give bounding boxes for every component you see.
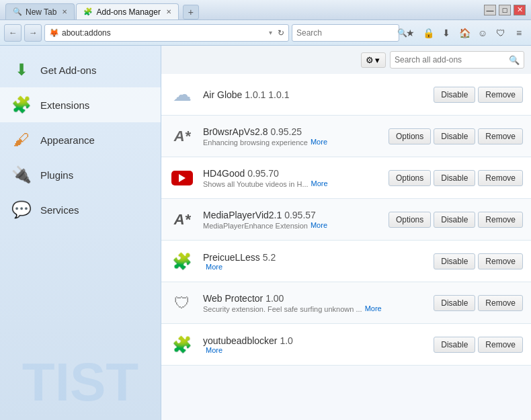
titlebar: 🔍 New Tab ✕ 🧩 Add-ons Manager ✕ + — □ ✕ [0, 0, 531, 20]
sidebar-item-services[interactable]: 💬 Services [0, 192, 161, 227]
home-icon[interactable]: 🏠 [456, 25, 473, 41]
extensions-icon: 🧩 [11, 94, 32, 116]
youtube-icon [171, 171, 193, 185]
close-button[interactable]: ✕ [514, 5, 526, 15]
media-icon: A* [174, 128, 190, 145]
extensions-panel: ☁ Air Globe 1.0.1 1.0.1 Disable Remove [161, 74, 531, 420]
br0wsrap-disable-button[interactable]: Disable [434, 128, 475, 144]
extension-preicueless: 🧩 PreicueLLess 5.2 More Disable Remove [161, 241, 531, 282]
air-globe-disable-button[interactable]: Disable [434, 87, 475, 103]
hd4good-remove-button[interactable]: Remove [478, 170, 523, 186]
hd4good-info: HD4Good 0.95.70 Shows all Youtube videos… [203, 168, 389, 188]
gear-dropdown-icon: ▾ [375, 55, 380, 65]
download-icon[interactable]: ⬇ [438, 25, 454, 41]
new-tab-button[interactable]: + [183, 5, 199, 19]
br0wsrap-remove-button[interactable]: Remove [478, 128, 523, 144]
hd4good-disable-button[interactable]: Disable [434, 170, 475, 186]
tab-addons-manager[interactable]: 🧩 Add-ons Manager ✕ [76, 3, 178, 19]
air-globe-icon: ☁ [169, 82, 195, 108]
web-protector-desc: Security extension. Feel safe surfing un… [203, 305, 362, 313]
window-controls: — □ ✕ [484, 5, 526, 15]
youtubeadblocker-info: youtubeadblocker 1.0 More [203, 335, 434, 354]
back-button[interactable]: ← [4, 24, 22, 42]
search-bar[interactable]: 🔍 [292, 24, 399, 42]
br0wsrap-icon: A* [169, 124, 195, 149]
web-protector-name: Web Protector 1.00 [203, 293, 434, 304]
menu-icon[interactable]: ≡ [511, 25, 527, 41]
search-addons-input[interactable] [395, 55, 509, 65]
extension-air-globe: ☁ Air Globe 1.0.1 1.0.1 Disable Remove [161, 74, 531, 116]
hd4good-icon [169, 165, 195, 191]
hd4good-actions: Options Disable Remove [389, 170, 523, 186]
shield-icon: 🛡 [174, 294, 190, 312]
web-protector-more-link[interactable]: More [365, 304, 382, 312]
hd4good-more-link[interactable]: More [311, 179, 328, 187]
sidebar-item-get-addons[interactable]: ⬇ Get Add-ons [0, 52, 161, 87]
preicueless-actions: Disable Remove [434, 253, 523, 269]
mediaplayervid-actions: Options Disable Remove [389, 212, 523, 228]
gear-button[interactable]: ⚙ ▾ [361, 52, 386, 68]
youtubeadblocker-name: youtubeadblocker 1.0 [203, 335, 434, 346]
mediaplayervid-options-button[interactable]: Options [389, 212, 431, 228]
address-dropdown-icon[interactable]: ▾ [269, 29, 272, 36]
web-protector-disable-button[interactable]: Disable [434, 295, 475, 311]
play-triangle [179, 174, 186, 182]
forward-button[interactable]: → [24, 24, 42, 42]
mediaplayervid-more-link[interactable]: More [311, 221, 327, 229]
air-globe-remove-button[interactable]: Remove [478, 87, 523, 103]
sidebar-item-extensions[interactable]: 🧩 Extensions [0, 87, 161, 122]
br0wsrap-desc: Enhancing browsing experience [203, 138, 308, 146]
reload-button[interactable]: ↻ [278, 28, 284, 38]
mediaplayervid-disable-button[interactable]: Disable [434, 212, 475, 228]
preicueless-name: PreicueLLess 5.2 [203, 252, 434, 263]
hd4good-desc: Shows all Youtube videos in H... [203, 180, 309, 188]
shield-icon[interactable]: 🛡 [493, 25, 509, 41]
web-protector-actions: Disable Remove [434, 295, 523, 311]
addons-toolbar: ⚙ ▾ 🔍 [161, 46, 531, 74]
services-icon: 💬 [11, 199, 32, 220]
appearance-icon: 🖌 [11, 129, 32, 151]
extension-mediaplayervid: A* MediaPlayerVid2.1 0.95.57 MediaPlayer… [161, 199, 531, 241]
web-protector-info: Web Protector 1.00 Security extension. F… [203, 293, 434, 313]
lock-icon[interactable]: 🔒 [420, 25, 436, 41]
preicueless-remove-button[interactable]: Remove [478, 253, 523, 269]
search-addons-icon[interactable]: 🔍 [509, 55, 520, 65]
youtubeadblocker-remove-button[interactable]: Remove [478, 337, 523, 353]
search-input[interactable] [296, 28, 397, 38]
maximize-button[interactable]: □ [499, 5, 511, 15]
new-tab-search-icon: 🔍 [13, 7, 22, 16]
mediaplayervid-remove-button[interactable]: Remove [478, 212, 523, 228]
addons-tab-close-icon[interactable]: ✕ [166, 8, 171, 15]
profile-icon[interactable]: ☺ [475, 25, 491, 41]
air-globe-info: Air Globe 1.0.1 1.0.1 [203, 89, 434, 100]
address-bar[interactable]: 🦊 about:addons ▾ ↻ [44, 24, 289, 42]
tab-new-tab[interactable]: 🔍 New Tab ✕ [5, 3, 75, 19]
youtubeadblocker-more-link[interactable]: More [206, 346, 222, 354]
hd4good-name: HD4Good 0.95.70 [203, 168, 389, 179]
navbar: ← → 🦊 about:addons ▾ ↻ 🔍 ★ 🔒 ⬇ 🏠 ☺ 🛡 ≡ [0, 20, 531, 46]
web-protector-remove-button[interactable]: Remove [478, 295, 523, 311]
firefox-icon: 🦊 [49, 28, 59, 38]
extension-youtubeadblocker: 🧩 youtubeadblocker 1.0 More Disable Remo… [161, 324, 531, 366]
br0wsrap-options-button[interactable]: Options [389, 128, 431, 144]
extension-web-protector: 🛡 Web Protector 1.00 Security extension.… [161, 282, 531, 324]
puzzle-piece-icon: 🧩 [172, 252, 192, 271]
sidebar-item-appearance[interactable]: 🖌 Appearance [0, 122, 161, 157]
br0wsrap-more-link[interactable]: More [311, 138, 327, 146]
new-tab-close-icon[interactable]: ✕ [62, 8, 67, 15]
sidebar-item-plugins[interactable]: 🔌 Plugins [0, 157, 161, 192]
search-addons-bar[interactable]: 🔍 [390, 51, 524, 69]
air-globe-actions: Disable Remove [434, 87, 523, 103]
preicueless-info: PreicueLLess 5.2 More [203, 252, 434, 271]
bookmark-icon[interactable]: ★ [402, 25, 418, 41]
hd4good-options-button[interactable]: Options [389, 170, 431, 186]
youtubeadblocker-icon: 🧩 [169, 332, 195, 358]
preicueless-icon: 🧩 [169, 249, 195, 274]
preicueless-more-link[interactable]: More [206, 263, 222, 271]
preicueless-disable-button[interactable]: Disable [434, 253, 475, 269]
content-area: ⚙ ▾ 🔍 ☁ Air Globe 1.0.1 1.0.1 [161, 46, 531, 420]
minimize-button[interactable]: — [484, 5, 496, 15]
sidebar-watermark: TIST [22, 351, 138, 413]
youtubeadblocker-disable-button[interactable]: Disable [434, 337, 475, 353]
web-protector-icon: 🛡 [169, 290, 195, 316]
